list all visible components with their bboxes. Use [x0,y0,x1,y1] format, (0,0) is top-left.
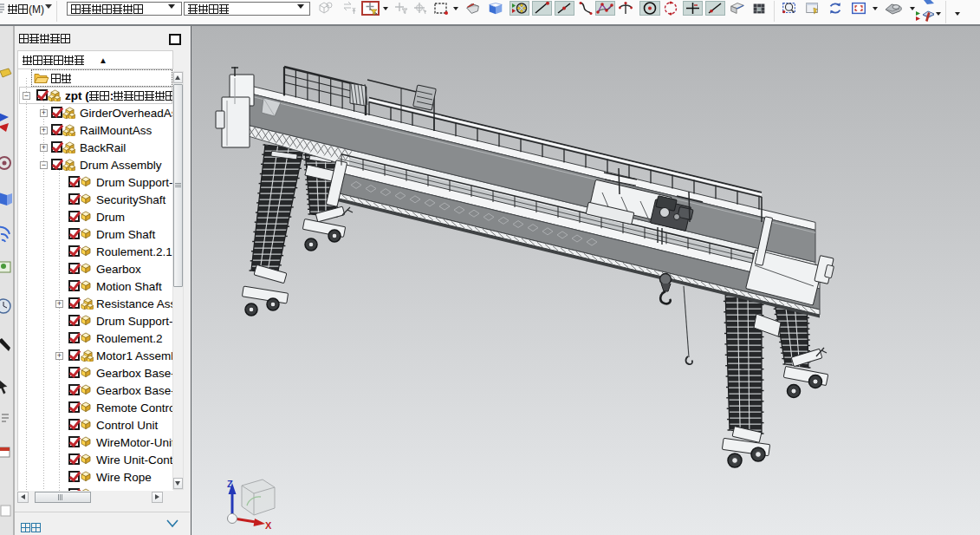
svg-text:X: X [265,520,272,531]
svg-text:Z: Z [227,479,233,489]
